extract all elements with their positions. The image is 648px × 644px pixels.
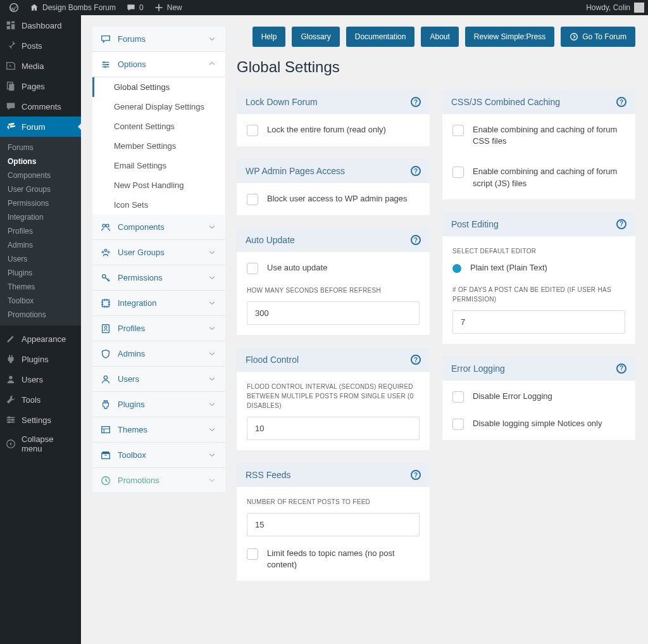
wp-menu-collapse-menu[interactable]: Collapse menu — [0, 430, 81, 458]
group-icon — [100, 247, 111, 258]
wp-submenu-themes[interactable]: Themes — [0, 280, 81, 294]
help-icon[interactable]: ? — [616, 219, 626, 229]
sp-option-email-settings[interactable]: Email Settings — [92, 156, 225, 175]
comments-link[interactable]: 0 — [121, 0, 149, 15]
sp-section-integration[interactable]: Integration — [92, 291, 225, 316]
wp-menu-tools[interactable]: Tools — [0, 389, 81, 410]
howdy-text[interactable]: Howdy, Colin — [586, 3, 630, 12]
help-icon[interactable]: ? — [616, 97, 626, 107]
topbtn-go-to-forum[interactable]: Go To Forum — [561, 27, 635, 47]
lockdown-checkbox[interactable] — [247, 125, 258, 136]
disable-error-label: Disable Error Logging — [473, 391, 552, 402]
chevron-icon — [206, 426, 218, 434]
avatar[interactable] — [634, 3, 644, 13]
default-editor-label: SELECT DEFAULT EDITOR — [452, 246, 625, 256]
sp-option-icon-sets[interactable]: Icon Sets — [92, 195, 225, 215]
sp-section-users[interactable]: Users — [92, 367, 225, 392]
cache-js-checkbox[interactable] — [452, 167, 464, 178]
sp-option-member-settings[interactable]: Member Settings — [92, 136, 225, 156]
shield-icon — [100, 348, 111, 360]
goto-icon — [570, 32, 578, 41]
sp-section-components[interactable]: Components — [92, 215, 225, 240]
help-icon[interactable]: ? — [616, 363, 626, 374]
wp-submenu-toolbox[interactable]: Toolbox — [0, 294, 81, 308]
chevron-icon — [206, 451, 218, 459]
rss-count-input[interactable] — [247, 513, 420, 536]
sp-section-profiles[interactable]: Profiles — [92, 316, 225, 341]
wp-submenu-user-groups[interactable]: User Groups — [0, 182, 81, 196]
wp-menu-plugins[interactable]: Plugins — [0, 349, 81, 369]
sp-section-permissions[interactable]: Permissions — [92, 265, 225, 291]
sp-option-global-settings[interactable]: Global Settings — [92, 77, 225, 97]
theme-icon — [100, 424, 111, 436]
svg-point-14 — [103, 224, 106, 227]
wp-logo[interactable] — [4, 0, 24, 15]
help-icon[interactable]: ? — [411, 235, 421, 245]
wp-adminbar: Design Bombs Forum 0 New Howdy, Colin — [0, 0, 648, 15]
wp-menu-dashboard[interactable]: Dashboard — [0, 15, 81, 35]
svg-point-18 — [108, 251, 109, 253]
sp-section-plugins[interactable]: Plugins — [92, 392, 225, 417]
card-lockdown: Lock Down Forum? Lock the entire forum (… — [237, 90, 430, 146]
card-wpadmin: WP Admin Pages Access? Block user access… — [237, 159, 430, 215]
plaintext-radio[interactable] — [452, 264, 461, 273]
new-link[interactable]: New — [149, 0, 187, 15]
wp-submenu-integration[interactable]: Integration — [0, 210, 81, 224]
topbtn-review-simple-press[interactable]: Review Simple:Press — [465, 27, 554, 47]
sp-section-user-groups[interactable]: User Groups — [92, 240, 225, 265]
help-icon[interactable]: ? — [411, 97, 421, 107]
card-cache: CSS/JS Combined Caching? Enable combinin… — [442, 90, 635, 199]
wp-submenu-users[interactable]: Users — [0, 252, 81, 266]
sp-option-general-display-settings[interactable]: General Display Settings — [92, 97, 225, 117]
wp-submenu-admins[interactable]: Admins — [0, 238, 81, 252]
sp-section-admins[interactable]: Admins — [92, 341, 225, 367]
site-link[interactable]: Design Bombs Forum — [24, 0, 121, 15]
wp-submenu-plugins[interactable]: Plugins — [0, 266, 81, 280]
svg-point-22 — [104, 326, 107, 329]
help-icon[interactable]: ? — [411, 470, 421, 480]
wp-menu-pages[interactable]: Pages — [0, 76, 81, 96]
help-icon[interactable]: ? — [411, 166, 421, 176]
chevron-icon — [206, 274, 218, 282]
auto-update-checkbox[interactable] — [247, 263, 258, 274]
wp-menu-users[interactable]: Users — [0, 369, 81, 389]
chevron-icon — [206, 249, 218, 256]
sp-section-forums[interactable]: Forums — [92, 27, 225, 52]
sp-section-toolbox[interactable]: Toolbox — [92, 443, 225, 468]
wp-menu-media[interactable]: Media — [0, 56, 81, 76]
rss-limit-checkbox[interactable] — [247, 548, 258, 560]
wp-submenu-profiles[interactable]: Profiles — [0, 224, 81, 238]
wpadmin-checkbox[interactable] — [247, 194, 258, 205]
topbtn-glossary[interactable]: Glossary — [292, 27, 339, 47]
wp-submenu-permissions[interactable]: Permissions — [0, 196, 81, 210]
disable-error-checkbox[interactable] — [452, 391, 464, 403]
topbtn-about[interactable]: About — [421, 27, 458, 47]
int-icon — [100, 298, 111, 309]
wp-submenu-promotions[interactable]: Promotions — [0, 308, 81, 322]
wp-menu-settings[interactable]: Settings — [0, 410, 81, 430]
wp-menu-appearance[interactable]: Appearance — [0, 329, 81, 349]
sp-section-options[interactable]: Options — [92, 52, 225, 77]
wp-menu-posts[interactable]: Posts — [0, 35, 81, 56]
chevron-icon — [206, 224, 218, 231]
wp-submenu-components[interactable]: Components — [0, 168, 81, 182]
wp-menu-forum[interactable]: Forum — [0, 117, 81, 137]
sp-option-content-settings[interactable]: Content Settings — [92, 117, 225, 136]
sp-section-promotions[interactable]: Promotions — [92, 468, 225, 493]
disable-notices-checkbox[interactable] — [452, 419, 464, 430]
refresh-seconds-input[interactable] — [247, 301, 420, 325]
topbtn-help[interactable]: Help — [252, 27, 286, 47]
card-title: RSS Feeds — [246, 470, 291, 480]
sp-option-new-post-handling[interactable]: New Post Handling — [92, 175, 225, 195]
flood-interval-input[interactable] — [247, 417, 420, 440]
wp-menu-comments[interactable]: Comments — [0, 96, 81, 117]
cache-css-checkbox[interactable] — [452, 125, 464, 136]
help-icon[interactable]: ? — [411, 355, 421, 365]
sp-section-themes[interactable]: Themes — [92, 417, 225, 443]
svg-point-13 — [104, 66, 106, 68]
wp-submenu-options[interactable]: Options — [0, 155, 81, 168]
wp-submenu-forums[interactable]: Forums — [0, 141, 81, 155]
topbtn-documentation[interactable]: Documentation — [346, 27, 415, 47]
wpadmin-label: Block user access to WP admin pages — [267, 193, 408, 205]
edit-days-input[interactable] — [452, 310, 625, 334]
